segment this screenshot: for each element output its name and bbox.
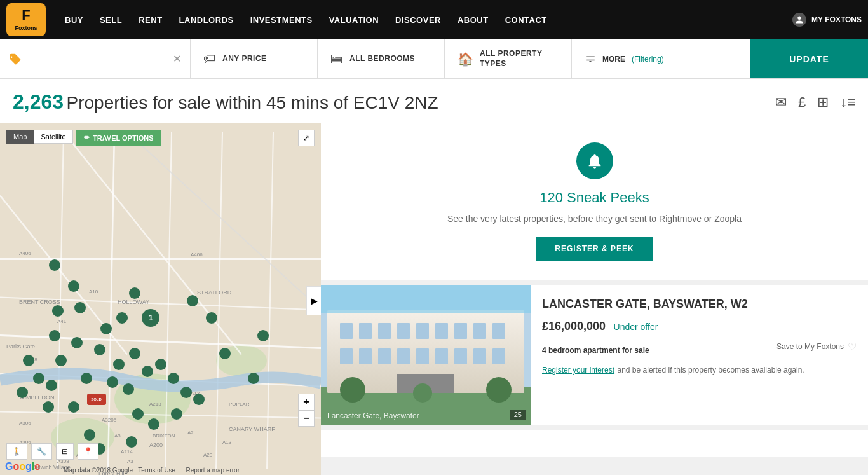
sort-icon[interactable]: ↓≡ xyxy=(840,94,855,111)
svg-text:A200: A200 xyxy=(149,442,163,448)
logo-text: Foxtons xyxy=(15,25,37,31)
map-zoom-controls: + − xyxy=(298,394,315,427)
property-type-filter[interactable]: 🏠 ALL PROPERTY TYPES xyxy=(445,39,572,78)
nav-discover[interactable]: DISCOVER xyxy=(388,10,449,30)
walking-icon[interactable]: 🚶 xyxy=(6,443,27,460)
svg-text:A3: A3 xyxy=(114,433,121,439)
property-image[interactable]: Lancaster Gate, Bayswater 25 xyxy=(321,285,531,425)
map-bg: A406 A10 A406 A23 A214 A20 Parks Gate WI… xyxy=(0,123,321,475)
map-bottom-controls: 🚶 🔧 ⊟ 📍 xyxy=(6,443,98,460)
save-to-foxtons-button[interactable]: Save to My Foxtons ♡ xyxy=(776,341,857,353)
property-details: 4 bedroom apartment for sale xyxy=(542,346,649,355)
map-tab[interactable]: Map xyxy=(6,130,34,144)
svg-point-76 xyxy=(486,377,512,403)
nav-buy[interactable]: BUY xyxy=(57,10,91,30)
svg-text:A2: A2 xyxy=(187,430,194,436)
price-icon: 🏷 xyxy=(203,52,216,66)
expand-map-button[interactable]: ⤢ xyxy=(298,130,315,146)
more-filter[interactable]: MORE (Filtering) xyxy=(572,39,750,78)
svg-rect-62 xyxy=(454,323,467,339)
tools-icon[interactable]: 🔧 xyxy=(31,443,52,460)
zoom-in-button[interactable]: + xyxy=(298,394,315,410)
property-status: Under offer xyxy=(614,322,658,332)
property-title[interactable]: LANCASTER GATE, BAYSWATER, W2 xyxy=(542,298,748,311)
svg-text:STRATFORD: STRATFORD xyxy=(197,289,232,296)
property-info: LANCASTER GATE, BAYSWATER, W2 £16,000,00… xyxy=(531,285,868,425)
map-footer: Map data ©2018 Google Terms of Use Repor… xyxy=(64,467,245,474)
nav-about[interactable]: ABOUT xyxy=(450,10,496,30)
sneak-peek-description: See the very latest properties, before t… xyxy=(334,214,855,224)
nav-valuation[interactable]: VALUATION xyxy=(322,10,386,30)
filter-icon xyxy=(585,53,596,65)
location-pin-icon[interactable]: 📍 xyxy=(78,443,98,460)
svg-rect-72 xyxy=(473,348,486,364)
svg-rect-65 xyxy=(340,348,353,364)
clear-search-icon[interactable]: ✕ xyxy=(173,53,181,65)
register-peek-button[interactable]: REGISTER & PEEK xyxy=(536,237,653,261)
svg-rect-67 xyxy=(378,348,391,364)
svg-text:A406: A406 xyxy=(191,252,203,258)
svg-point-75 xyxy=(340,377,365,403)
svg-text:WIMBLEDON: WIMBLEDON xyxy=(19,394,55,401)
location-input[interactable]: All of London & Surrey xyxy=(27,53,168,64)
email-alert-icon[interactable]: ✉ xyxy=(775,94,787,111)
layers-icon[interactable]: ⊟ xyxy=(56,443,74,460)
travel-options-button[interactable]: ✏ TRAVEL OPTIONS xyxy=(76,130,161,146)
svg-rect-69 xyxy=(416,348,429,364)
image-count: 25 xyxy=(510,410,526,420)
satellite-tab[interactable]: Satellite xyxy=(34,130,72,144)
svg-rect-61 xyxy=(435,323,448,339)
right-panel: 120 Sneak Peeks See the very latest prop… xyxy=(321,123,868,475)
results-summary: 2,263 Properties for sale within 45 mins… xyxy=(13,90,438,114)
register-interest-link[interactable]: Register your interest xyxy=(542,366,614,375)
svg-rect-60 xyxy=(416,323,429,339)
svg-rect-57 xyxy=(359,323,372,339)
svg-text:HOLLOWAY: HOLLOWAY xyxy=(118,299,149,305)
collapse-map-button[interactable]: ▶ xyxy=(306,286,321,315)
navigation: F Foxtons BUY SELL RENT LANDLORDS INVEST… xyxy=(0,0,868,39)
nav-investments[interactable]: INVESTMENTS xyxy=(243,10,320,30)
zoom-out-button[interactable]: − xyxy=(298,410,315,427)
svg-text:Parks Gate: Parks Gate xyxy=(6,343,35,350)
svg-text:BRENT CROSS: BRENT CROSS xyxy=(19,299,60,305)
svg-rect-59 xyxy=(397,323,410,339)
nav-landlords[interactable]: LANDLORDS xyxy=(172,10,241,30)
svg-rect-70 xyxy=(435,348,448,364)
svg-rect-68 xyxy=(397,348,410,364)
filters-bar: All of London & Surrey ✕ 🏷 ANY PRICE 🛏 A… xyxy=(0,39,868,79)
nav-contact[interactable]: CONTACT xyxy=(498,10,555,30)
my-foxtons-label[interactable]: MY FOXTONS xyxy=(811,15,862,24)
location-search[interactable]: All of London & Surrey ✕ xyxy=(0,39,191,78)
register-interest-text: and be alerted if this property becomes … xyxy=(618,366,804,375)
svg-text:A306: A306 xyxy=(19,420,31,426)
gallery-view-icon[interactable]: ⊞ xyxy=(817,94,829,111)
price-tag-icon xyxy=(9,53,22,65)
svg-text:A13: A13 xyxy=(191,390,200,396)
svg-text:A3: A3 xyxy=(127,458,133,464)
svg-text:A214: A214 xyxy=(121,449,133,455)
price-analysis-icon[interactable]: £ xyxy=(798,94,806,111)
report-map-link[interactable]: Report a map error xyxy=(186,467,240,474)
map-view-tabs: Map Satellite xyxy=(6,130,73,144)
map-container: A406 A10 A406 A23 A214 A20 Parks Gate WI… xyxy=(0,123,321,475)
terms-of-use-link[interactable]: Terms of Use xyxy=(138,467,175,474)
svg-text:BRIXTON: BRIXTON xyxy=(153,433,175,439)
sneak-peek-count: 120 Sneak Peeks xyxy=(334,189,855,206)
update-button[interactable]: UPDATE xyxy=(750,39,868,78)
nav-rent[interactable]: RENT xyxy=(131,10,170,30)
nav-sell[interactable]: SELL xyxy=(92,10,130,30)
price-filter[interactable]: 🏷 ANY PRICE xyxy=(191,39,318,78)
google-logo: Google xyxy=(5,461,40,472)
svg-rect-78 xyxy=(321,285,531,313)
bell-icon xyxy=(576,142,613,179)
logo[interactable]: F Foxtons xyxy=(6,3,46,36)
logo-f: F xyxy=(15,8,37,23)
bed-icon: 🛏 xyxy=(330,52,343,66)
svg-text:A406: A406 xyxy=(19,251,31,256)
more-label: MORE xyxy=(602,55,625,64)
bedrooms-filter[interactable]: 🛏 ALL BEDROOMS xyxy=(318,39,445,78)
heart-icon: ♡ xyxy=(848,341,857,353)
user-icon xyxy=(792,13,806,27)
svg-text:A213: A213 xyxy=(149,401,161,407)
property-price: £16,000,000 xyxy=(542,320,606,333)
